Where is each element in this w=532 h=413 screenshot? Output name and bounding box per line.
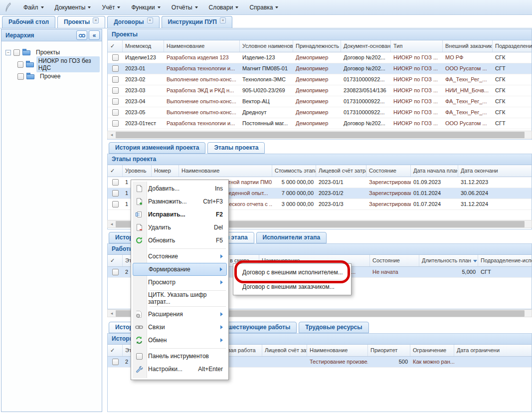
tab-stage-executors[interactable]: Исполнители этапа (256, 232, 327, 243)
menu-item-view[interactable]: Просмотр (133, 276, 227, 289)
scroll-left-icon[interactable]: ◂ (108, 310, 116, 317)
row-checkbox[interactable] (112, 54, 119, 61)
table-row[interactable]: 2023-01 Разработка технологии и... Магни… (108, 63, 532, 74)
column-header[interactable]: Лицевой счёт затрат. (316, 165, 366, 177)
close-icon[interactable]: × (93, 17, 99, 23)
scroll-left-icon[interactable]: ◂ (108, 220, 116, 227)
tree-node-label-selected[interactable]: НИОКР по ГОЗ без НДС (36, 56, 100, 72)
table-row[interactable]: 2023-02 Выполнение опытно-конс... Технол… (108, 74, 532, 85)
menubar-item[interactable]: Функции (126, 2, 166, 13)
menu-item-delete[interactable]: Удалить Del (133, 221, 227, 234)
tab-instructions[interactable]: Инструкции ПУП× (162, 16, 232, 28)
select-all-header[interactable]: ✓ (108, 40, 123, 52)
row-checkbox[interactable] (112, 87, 119, 94)
column-header[interactable]: Тип (391, 40, 443, 52)
column-header[interactable]: Дата начала план (411, 165, 458, 177)
row-checkbox[interactable] (112, 98, 119, 105)
tab-project-stages[interactable]: Этапы проекта (207, 142, 265, 154)
cell: Разработка ЭКД и РКД н... (164, 85, 240, 96)
menubar-item[interactable]: Словари (203, 2, 244, 13)
column-header[interactable]: Мнемокод (123, 40, 164, 52)
table-row[interactable]: 2023-05 Выполнение опытно-конс... Дредно… (108, 107, 532, 118)
menubar-item[interactable]: Документы (49, 2, 97, 13)
menu-item-toolbar[interactable]: Панель инструментов (133, 350, 227, 363)
tree-checkbox[interactable] (17, 73, 24, 80)
row-checkbox[interactable] (112, 76, 119, 83)
column-header[interactable]: Лицевой счёт затр (262, 345, 307, 356)
column-header[interactable]: Документ-основан (341, 40, 391, 52)
row-checkbox[interactable] (112, 190, 119, 197)
row-checkbox[interactable] (112, 359, 119, 365)
row-checkbox[interactable] (112, 120, 119, 127)
scrollbar-thumb[interactable] (116, 132, 525, 138)
tree-node-label[interactable]: Проекты (34, 48, 62, 57)
menu-item-formation[interactable]: Формирование (133, 263, 227, 276)
menu-item-duplicate[interactable]: Размножить... Ctrl+F3 (133, 195, 227, 208)
select-all-header[interactable]: ✓ (108, 165, 123, 177)
menu-item-exchange[interactable]: Обмен (133, 334, 227, 347)
cell: НИИ_НМ_Бочв... (443, 85, 493, 96)
column-header[interactable]: Дата ограничени (454, 345, 532, 356)
table-row[interactable]: 2023-01тест Разработка технологии и... П… (108, 118, 532, 129)
cell (454, 357, 532, 367)
column-header[interactable]: Длительность план (419, 255, 478, 266)
menubar-item[interactable]: Справка (244, 2, 284, 13)
close-icon[interactable]: × (147, 17, 153, 23)
select-all-header[interactable]: ✓ (108, 255, 123, 266)
column-header[interactable]: Ограничение (410, 345, 454, 356)
row-checkbox[interactable] (112, 65, 119, 72)
menu-item-refresh[interactable]: Обновить F5 (133, 234, 227, 247)
submenu-item-external-customer[interactable]: Договор с внешним заказчиком... (235, 280, 349, 293)
column-header[interactable]: Подразделение (493, 40, 532, 52)
column-header[interactable]: Состояние (370, 255, 419, 266)
tab-labor-resources[interactable]: Трудовые ресурсы (299, 322, 368, 333)
column-header[interactable]: Наименование (164, 40, 240, 52)
row-checkbox[interactable] (112, 201, 119, 207)
scroll-left-icon[interactable]: ◂ (108, 131, 116, 138)
tree-checkbox[interactable] (17, 61, 23, 68)
tab-project-history[interactable]: История изменений проекта (109, 142, 205, 154)
menu-item-add[interactable]: Добавить... Ins (133, 182, 227, 195)
tree-node-child[interactable]: НИОКР по ГОЗ без НДС (5, 58, 100, 70)
close-icon[interactable]: × (220, 17, 226, 23)
tree-checkbox[interactable] (13, 49, 20, 56)
column-header[interactable]: Наименование (307, 345, 368, 356)
row-checkbox[interactable] (112, 179, 119, 186)
menubar-item[interactable]: Учёт (96, 2, 126, 13)
projects-hscrollbar[interactable]: ◂ (107, 131, 532, 139)
select-all-header[interactable]: ✓ (108, 345, 123, 356)
collapse-node-icon[interactable]: − (5, 50, 11, 55)
submenu-item-external-contractor[interactable]: Договор с внешним исполнителем... (235, 266, 349, 279)
column-header[interactable]: Принадлежность (293, 40, 341, 52)
table-row[interactable]: 2023-03 Разработка ЭКД и РКД н... 905-U0… (108, 85, 532, 96)
menu-item-state[interactable]: Состояние (133, 250, 227, 263)
menu-item-links[interactable]: Связи (133, 321, 227, 334)
table-row[interactable]: 2023-04 Выполнение опытно-конс... Вектор… (108, 96, 532, 107)
column-header[interactable]: Стоимость этапа (272, 165, 316, 177)
column-header[interactable]: Внешний заказчик (443, 40, 493, 52)
column-header[interactable]: Состояние (366, 165, 411, 177)
menubar-item[interactable]: Файл (18, 2, 49, 13)
tree-node-label[interactable]: Прочее (38, 72, 62, 81)
table-row[interactable]: Изделие123 Разработка изделия 123 Издели… (108, 52, 532, 63)
column-header[interactable]: Приоритет (368, 345, 410, 356)
collapse-panel-button[interactable]: « (89, 30, 100, 40)
tab-projects[interactable]: Проекты× (57, 16, 105, 28)
row-checkbox[interactable] (112, 269, 119, 275)
menubar-item[interactable]: Отчёты (166, 2, 203, 13)
tab-desktop[interactable]: Рабочий стол (2, 16, 55, 28)
row-checkbox[interactable] (112, 109, 119, 116)
column-header[interactable]: Уровень (123, 165, 152, 177)
menu-item-citk[interactable]: ЦИТК. Указать шифр затрат... (133, 292, 227, 305)
cell: СГК (493, 74, 532, 85)
menu-item-edit[interactable]: Исправить... F2 (133, 208, 227, 221)
menu-item-settings[interactable]: Настройки... Alt+Enter (133, 363, 227, 376)
column-header[interactable]: Номер (152, 165, 179, 177)
column-header[interactable]: Подразделение-испо (478, 255, 532, 266)
column-header[interactable]: Условное наименова (240, 40, 293, 52)
tab-contracts[interactable]: Договоры× (107, 16, 159, 28)
menu-item-extensions[interactable]: Расширения (133, 308, 227, 321)
column-header[interactable]: Наименование (179, 165, 272, 177)
column-header[interactable]: Дата окончани (458, 165, 532, 177)
find-button[interactable] (76, 30, 87, 40)
